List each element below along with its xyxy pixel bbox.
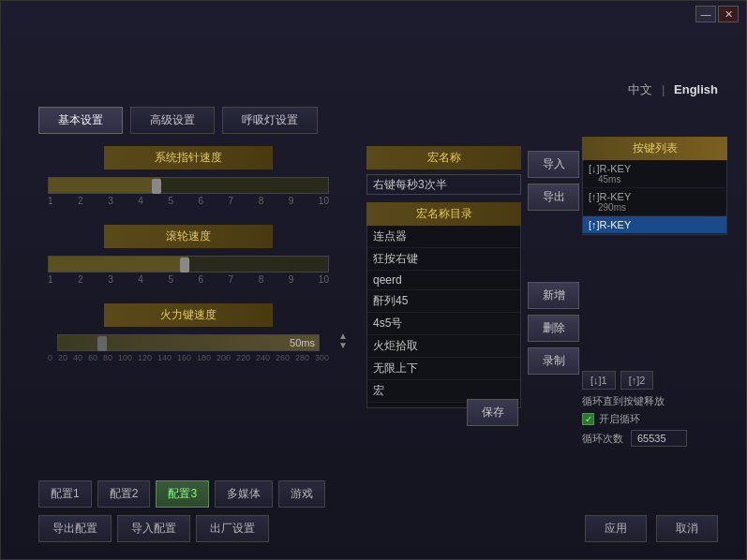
config-tab-游戏[interactable]: 游戏 — [278, 480, 325, 508]
macro-list-item[interactable]: 无限上下 — [367, 358, 520, 380]
lang-cn-button[interactable]: 中文 — [628, 82, 652, 96]
fire-speed-scale: 0204060801001201401601802002202402602803… — [38, 351, 338, 364]
key-list-item[interactable]: [↑]R-KEY — [583, 216, 726, 234]
loop-checkbox-label: 开启循环 — [599, 412, 640, 426]
loop-up-btn[interactable]: [↑]2 — [620, 371, 654, 390]
system-speed-numbers: 12345678910 — [38, 194, 338, 208]
export-config-button[interactable]: 导出配置 — [38, 515, 112, 542]
macro-list-item[interactable]: 4s5号 — [367, 313, 520, 335]
loop-checkbox-row: ✓ 开启循环 — [582, 412, 732, 426]
key-list-item[interactable]: [↓]R-KEY45ms — [583, 160, 726, 188]
macro-list-item[interactable]: 连点器 — [367, 226, 520, 248]
key-list-title: 按键列表 — [582, 137, 727, 160]
scroll-speed-numbers: 12345678910 — [38, 273, 338, 287]
key-ms-value: 290ms — [589, 202, 721, 213]
bottom-actions: 导出配置 导入配置 出厂设置 — [38, 515, 269, 542]
macro-list-item[interactable]: 狂按右键 — [367, 248, 520, 271]
tab-advanced[interactable]: 高级设置 — [130, 107, 215, 134]
minimize-button[interactable]: — — [695, 6, 716, 22]
config-tab-配置2[interactable]: 配置2 — [97, 480, 151, 508]
left-panel: 系统指针速度 12345678910 滚轮速度 12345678910 火力键速… — [38, 146, 338, 364]
scroll-speed-group: 滚轮速度 12345678910 — [38, 225, 338, 287]
config-tab-配置1[interactable]: 配置1 — [38, 480, 92, 508]
loop-count-label: 循环次数 — [582, 432, 623, 446]
titlebar: — ✕ — [688, 1, 746, 27]
record-button[interactable]: 录制 — [528, 347, 579, 375]
system-speed-label: 系统指针速度 — [104, 146, 273, 169]
macro-list-item[interactable]: 酐列45 — [367, 290, 520, 313]
loop-count-row: 循环次数 — [582, 430, 732, 447]
key-list-item[interactable]: [↑]R-KEY290ms — [583, 188, 726, 216]
fire-speed-value: 50ms — [290, 334, 315, 351]
factory-reset-button[interactable]: 出厂设置 — [196, 515, 269, 542]
add-button[interactable]: 新增 — [528, 282, 579, 309]
fire-speed-thumb[interactable] — [97, 336, 107, 351]
lang-en-button[interactable]: English — [674, 82, 718, 96]
loop-controls: [↓]1 [↑]2 循环直到按键释放 ✓ 开启循环 循环次数 — [582, 371, 732, 447]
system-speed-group: 系统指针速度 12345678910 — [38, 146, 338, 208]
tab-basic[interactable]: 基本设置 — [38, 107, 123, 134]
fire-speed-track[interactable] — [57, 334, 320, 351]
save-button[interactable]: 保存 — [467, 399, 518, 426]
scroll-speed-thumb[interactable] — [180, 258, 189, 273]
config-tabs: 配置1配置2配置3多媒体游戏 — [38, 480, 325, 508]
import-button[interactable]: 导入 — [528, 151, 579, 178]
key-ms-value: 45ms — [589, 174, 721, 184]
key-list-panel: 按键列表 [↓]R-KEY45ms[↑]R-KEY290ms[↑]R-KEY — [582, 137, 727, 235]
loop-count-input[interactable] — [631, 430, 687, 447]
config-tab-多媒体[interactable]: 多媒体 — [215, 480, 273, 508]
macro-name-title: 宏名称 — [366, 146, 521, 169]
import-config-button[interactable]: 导入配置 — [117, 515, 190, 542]
scroll-speed-label: 滚轮速度 — [104, 225, 273, 248]
macro-name-input[interactable] — [366, 174, 521, 195]
cancel-button[interactable]: 取消 — [656, 515, 718, 542]
system-speed-thumb[interactable] — [152, 179, 161, 194]
macro-actions-group: 新增 删除 录制 — [528, 282, 579, 375]
system-speed-track[interactable] — [48, 177, 329, 194]
tab-breath[interactable]: 呼吸灯设置 — [222, 107, 318, 134]
fire-speed-group: 火力键速度 50ms ▲ ▼ 0204060801001201401601802… — [38, 303, 338, 364]
import-export-group: 导入 导出 — [528, 151, 579, 211]
macro-panel: 宏名称 宏名称目录 连点器狂按右键qeerd酐列454s5号火炬拾取无限上下宏W… — [366, 146, 521, 408]
language-switcher: 中文 | English — [628, 81, 718, 98]
key-list: [↓]R-KEY45ms[↑]R-KEY290ms[↑]R-KEY — [582, 160, 727, 235]
delete-button[interactable]: 删除 — [528, 315, 579, 342]
macro-list[interactable]: 连点器狂按右键qeerd酐列454s5号火炬拾取无限上下宏WREF右键每秒3次半 — [366, 226, 521, 408]
fire-speed-down-arrow[interactable]: ▼ — [338, 342, 348, 349]
macro-list-item[interactable]: qeerd — [367, 271, 520, 290]
fire-speed-label: 火力键速度 — [104, 303, 273, 327]
main-window: — ✕ 中文 | English 基本设置 高级设置 呼吸灯设置 系统指针速度 … — [0, 0, 747, 560]
main-tabs: 基本设置 高级设置 呼吸灯设置 — [38, 107, 318, 134]
loop-until-label: 循环直到按键释放 — [582, 394, 732, 408]
lang-separator: | — [662, 82, 665, 96]
config-tab-配置3[interactable]: 配置3 — [156, 480, 209, 508]
scroll-speed-track[interactable] — [48, 256, 329, 273]
loop-down-btn[interactable]: [↓]1 — [582, 371, 616, 390]
apply-cancel-group: 应用 取消 — [585, 515, 718, 542]
fire-speed-up-arrow[interactable]: ▲ — [338, 332, 348, 340]
export-button[interactable]: 导出 — [528, 184, 579, 211]
apply-button[interactable]: 应用 — [585, 515, 647, 542]
close-button[interactable]: ✕ — [718, 6, 739, 22]
macro-list-item[interactable]: 火炬拾取 — [367, 335, 520, 358]
macro-list-title: 宏名称目录 — [366, 202, 521, 226]
loop-checkbox[interactable]: ✓ — [582, 413, 594, 425]
